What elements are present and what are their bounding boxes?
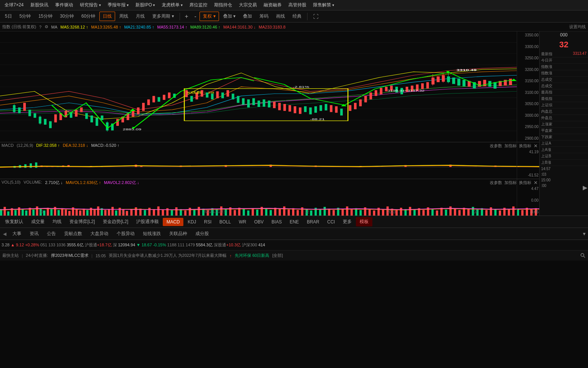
nav-item-margin[interactable]: 融资融券 [261, 1, 285, 9]
tab-northbound[interactable]: 沪股通净额 [132, 217, 162, 226]
tab-ene[interactable]: ENE [286, 218, 303, 226]
chart-container[interactable]: K线数：28 -2.81% -88.21 3310.49 2885.09 319… [0, 32, 539, 216]
svg-rect-42 [168, 92, 171, 98]
tab-obv[interactable]: OBV [250, 218, 267, 226]
svg-rect-18 [49, 121, 52, 128]
tab-ma[interactable]: 均线 [49, 217, 65, 226]
tab-more[interactable]: 更多 [339, 217, 356, 226]
nav-item-futures[interactable]: 期指持仓 [211, 1, 235, 9]
nav-item-seats[interactable]: 席位监控 [186, 1, 210, 9]
info-tab-left-arrow[interactable]: ◀ [2, 230, 8, 238]
rp-latest-label: 最新指 [541, 51, 552, 57]
nav-item-dragon[interactable]: 龙虎榜单 [159, 1, 186, 9]
svg-rect-26 [90, 116, 93, 122]
itab-rise-fall[interactable]: 短线涨跌 [139, 229, 165, 238]
svg-rect-73 [335, 106, 338, 113]
tab-bias[interactable]: BIAS [268, 218, 285, 226]
tb-daily[interactable]: 日线 [99, 12, 115, 21]
tb-overlay[interactable]: 叠加 ▾ [220, 12, 239, 21]
help-icon[interactable]: ? [39, 25, 41, 29]
info-tab-expand[interactable]: ▼ [582, 231, 586, 237]
ma-settings-link[interactable]: 设置均线 [569, 24, 586, 30]
nav-item-block[interactable]: 大宗交易 [236, 1, 260, 9]
svg-rect-89 [421, 83, 424, 89]
itab-related[interactable]: 关联品种 [165, 229, 191, 238]
ma144-value: MA144:3161.30 ↓ [224, 25, 256, 29]
tb-5min[interactable]: 5分钟 [16, 12, 34, 21]
expand-right-panel[interactable]: ▶ [583, 184, 587, 191]
rp-volume1: 总成交 [540, 77, 588, 83]
rp-shb-rise-label: 上B涨 [541, 160, 551, 165]
tb-5day[interactable]: 5日 [2, 12, 15, 21]
macd-add-btn[interactable]: 加指标 [504, 143, 517, 149]
itab-stock-move[interactable]: 个股异动 [113, 229, 138, 238]
svg-rect-76 [354, 103, 357, 109]
tb-zoom-out[interactable]: - [192, 13, 199, 20]
tb-hide[interactable]: 经典 [289, 12, 305, 21]
rp-rising: 上涨家 [540, 121, 588, 128]
itab-announcement[interactable]: 公告 [43, 229, 60, 238]
nav-item-lock[interactable]: 限售解禁 [310, 1, 337, 9]
sb-arrow: ↑ [230, 253, 232, 258]
tb-60min[interactable]: 60分钟 [78, 12, 99, 21]
xaxis-12: 12 [305, 210, 309, 214]
tb-classic[interactable]: 画线 [273, 12, 288, 21]
price-3250: 3250.00 [518, 56, 538, 60]
sb-tag: [全部] [272, 253, 283, 258]
svg-rect-25 [85, 113, 88, 119]
itab-components[interactable]: 成分股 [192, 229, 213, 238]
sb-live-label: 24小时直播: [26, 253, 48, 258]
svg-rect-38 [147, 100, 150, 105]
tab-cci[interactable]: CCI [323, 218, 339, 226]
tab-restore[interactable]: 恢复默认 [2, 217, 27, 226]
tab-capital-trend[interactable]: 资金趋势[L2] [99, 217, 132, 226]
tb-weekly[interactable]: 周线 [116, 12, 132, 21]
tab-kdj[interactable]: KDJ [184, 218, 200, 226]
tb-expand[interactable]: ⛶ [310, 12, 322, 21]
nav-item-reports[interactable]: 研究报告 [77, 1, 104, 9]
tb-30min[interactable]: 30分钟 [57, 12, 77, 21]
nav-item-executives[interactable]: 高管持股 [285, 1, 309, 9]
nav-item-ipo[interactable]: 新股IPO [132, 1, 158, 9]
tab-brar[interactable]: BRAR [303, 218, 323, 226]
tab-boll[interactable]: BOLL [216, 218, 235, 226]
tab-capital-game[interactable]: 资金博弈[L2] [66, 217, 99, 226]
xaxis-10: 10 [39, 210, 43, 214]
dea-label: DEA:32.318 ↓ [63, 143, 88, 148]
tab-template[interactable]: 模板 [356, 217, 372, 226]
sb-search-icon[interactable] [580, 252, 586, 259]
tb-more-period[interactable]: 更多周期 ▾ [149, 12, 177, 21]
svg-rect-19 [54, 115, 57, 122]
macd-params: (12,26,9) [16, 143, 33, 148]
nav-item-global724[interactable]: 全球7×24 [2, 1, 27, 9]
index-label: 指数 (日线·前复权) [2, 24, 36, 30]
itab-market-move[interactable]: 大盘异动 [87, 229, 112, 238]
ma233-value: MA233:3183.8 [259, 25, 286, 29]
tb-draw[interactable]: 筹码 [256, 12, 272, 21]
tab-rsi[interactable]: RSI [200, 218, 215, 226]
settings-icon[interactable]: ⚙ [45, 24, 48, 29]
tb-chips[interactable]: 叠加 [240, 12, 255, 21]
tab-wr[interactable]: WR [235, 218, 250, 226]
vol-params-btn[interactable]: 改参数 [490, 180, 502, 186]
tab-volume[interactable]: 成交量 [27, 217, 48, 226]
macd-params-btn[interactable]: 改参数 [490, 143, 502, 149]
tb-15min[interactable]: 15分钟 [35, 12, 56, 21]
vol-scale-zero: 0.00 [518, 198, 538, 202]
itab-news[interactable]: 资讯 [26, 229, 42, 238]
tb-zoom-in[interactable]: + [182, 13, 191, 20]
nav-item-newstock[interactable]: 新股快讯 [27, 1, 51, 9]
svg-rect-11 [18, 107, 21, 113]
itab-events[interactable]: 大事 [9, 229, 25, 238]
mavol2-label: MAVOL2:2.802亿 ↓ [104, 180, 139, 186]
tb-adjust[interactable]: 复权 ▾ [200, 12, 219, 21]
nav-item-quarterly[interactable]: 季报年报 [105, 1, 132, 9]
nav-item-events[interactable]: 事件驱动 [52, 1, 76, 9]
rp-high-label: 最高指 [541, 90, 552, 95]
tab-macd[interactable]: MACD [163, 218, 183, 226]
svg-rect-72 [330, 105, 333, 112]
tb-monthly[interactable]: 月线 [132, 12, 148, 21]
itab-points[interactable]: 贡献点数 [60, 229, 86, 238]
vol-add-btn[interactable]: 加指标 [504, 180, 517, 186]
rp-inner: 内盘总 [540, 109, 588, 115]
